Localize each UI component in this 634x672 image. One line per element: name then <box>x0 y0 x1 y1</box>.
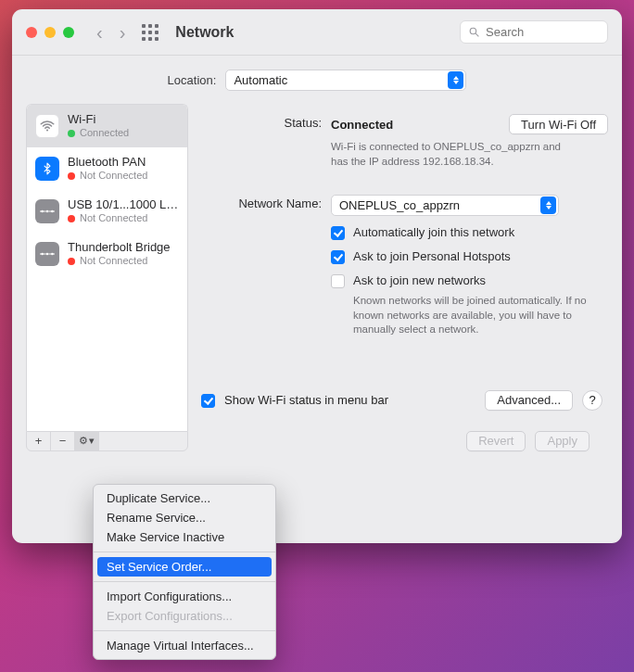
bluetooth-icon <box>35 157 59 181</box>
location-value: Automatic <box>234 73 287 87</box>
back-button[interactable]: ‹ <box>96 23 103 42</box>
chevron-down-icon: ▾ <box>89 435 95 447</box>
window-title: Network <box>175 24 234 41</box>
service-actions-button[interactable]: ⚙▾ <box>75 432 99 450</box>
menu-duplicate-service[interactable]: Duplicate Service... <box>94 488 275 508</box>
close-icon[interactable] <box>26 27 37 38</box>
location-row: Location: Automatic <box>12 56 622 104</box>
status-value: Connected <box>331 118 393 132</box>
svg-point-7 <box>46 253 49 256</box>
menu-separator <box>94 552 275 552</box>
svg-point-4 <box>46 210 49 213</box>
apply-button[interactable]: Apply <box>535 431 590 451</box>
service-bluetooth-pan[interactable]: Bluetooth PAN Not Connected <box>27 147 187 190</box>
remove-service-button[interactable]: − <box>51 432 75 450</box>
service-actions-menu: Duplicate Service... Rename Service... M… <box>93 484 276 660</box>
service-name: Thunderbolt Bridge <box>68 240 171 255</box>
menu-import-config[interactable]: Import Configurations... <box>94 587 275 606</box>
menu-rename-service[interactable]: Rename Service... <box>94 508 275 527</box>
chevron-updown-icon <box>540 197 556 214</box>
search-field[interactable] <box>460 20 608 44</box>
service-name: Bluetooth PAN <box>68 155 147 170</box>
show-all-icon[interactable] <box>142 24 158 41</box>
service-status: Connected <box>80 127 129 140</box>
service-name: USB 10/1...1000 LAN <box>68 197 179 212</box>
service-status: Not Connected <box>80 255 147 268</box>
ask-new-networks-note: Known networks will be joined automatica… <box>353 294 594 337</box>
service-status: Not Connected <box>80 170 147 183</box>
show-status-label: Show Wi-Fi status in menu bar <box>224 393 388 407</box>
gear-icon: ⚙ <box>79 435 88 447</box>
ask-hotspot-checkbox[interactable] <box>331 250 345 264</box>
show-status-checkbox[interactable] <box>201 394 215 408</box>
status-dot-icon <box>68 215 75 222</box>
service-thunderbolt-bridge[interactable]: Thunderbolt Bridge Not Connected <box>27 233 187 275</box>
forward-button[interactable]: › <box>120 23 126 42</box>
details-panel: Status: Connected Turn Wi-Fi Off Wi-Fi i… <box>201 104 608 451</box>
network-prefpane-window: ‹ › Network Location: Automatic <box>12 9 622 543</box>
search-icon <box>468 26 480 38</box>
zoom-icon[interactable] <box>63 27 74 38</box>
ethernet-icon <box>35 199 59 223</box>
footer-buttons: Revert Apply <box>201 416 608 451</box>
auto-join-checkbox[interactable] <box>331 226 345 240</box>
status-label: Status: <box>201 114 331 130</box>
add-service-button[interactable]: + <box>27 432 51 450</box>
status-description: Wi-Fi is connected to ONEPLUS_co_appzrn … <box>331 140 572 169</box>
status-dot-icon <box>68 258 75 265</box>
help-button[interactable]: ? <box>582 390 602 411</box>
network-name-select[interactable]: ONEPLUS_co_appzrn <box>331 195 559 216</box>
services-list[interactable]: Wi-Fi Connected Bluetooth PAN Not Connec… <box>26 104 188 431</box>
ask-hotspot-label: Ask to join Personal Hotspots <box>353 249 511 263</box>
location-label: Location: <box>168 73 217 87</box>
service-name: Wi-Fi <box>68 112 129 127</box>
thunderbolt-icon <box>35 242 59 266</box>
nav-buttons: ‹ › <box>96 23 125 42</box>
ask-new-networks-label: Ask to join new networks <box>353 273 486 287</box>
service-usb-lan[interactable]: USB 10/1...1000 LAN Not Connected <box>27 190 187 233</box>
menu-separator <box>94 630 275 631</box>
revert-button[interactable]: Revert <box>466 431 526 451</box>
service-wifi[interactable]: Wi-Fi Connected <box>27 105 187 147</box>
network-name-label: Network Name: <box>201 195 331 210</box>
service-status: Not Connected <box>80 212 147 225</box>
services-panel: Wi-Fi Connected Bluetooth PAN Not Connec… <box>26 104 188 451</box>
menu-export-config: Export Configurations... <box>94 606 275 626</box>
chevron-updown-icon <box>448 71 463 89</box>
location-select[interactable]: Automatic <box>225 70 466 91</box>
menu-manage-virtual-interfaces[interactable]: Manage Virtual Interfaces... <box>94 636 275 655</box>
status-dot-icon <box>68 172 75 180</box>
svg-point-2 <box>46 129 48 131</box>
search-input[interactable] <box>486 25 600 39</box>
titlebar: ‹ › Network <box>12 9 622 56</box>
network-name-value: ONEPLUS_co_appzrn <box>339 198 460 212</box>
svg-line-1 <box>476 33 478 36</box>
wifi-icon <box>35 114 59 138</box>
window-controls <box>26 27 74 38</box>
menu-make-inactive[interactable]: Make Service Inactive <box>94 527 275 547</box>
status-dot-icon <box>68 130 75 137</box>
ask-new-networks-checkbox[interactable] <box>331 274 345 288</box>
menu-separator <box>94 581 275 582</box>
auto-join-label: Automatically join this network <box>353 225 514 239</box>
minimize-icon[interactable] <box>44 27 56 38</box>
turn-wifi-off-button[interactable]: Turn Wi-Fi Off <box>509 114 608 134</box>
svg-point-0 <box>470 28 476 34</box>
main-area: Wi-Fi Connected Bluetooth PAN Not Connec… <box>12 104 622 451</box>
services-toolbar: + − ⚙▾ <box>26 431 188 451</box>
menu-set-service-order[interactable]: Set Service Order... <box>97 557 272 577</box>
advanced-button[interactable]: Advanced... <box>485 390 573 411</box>
